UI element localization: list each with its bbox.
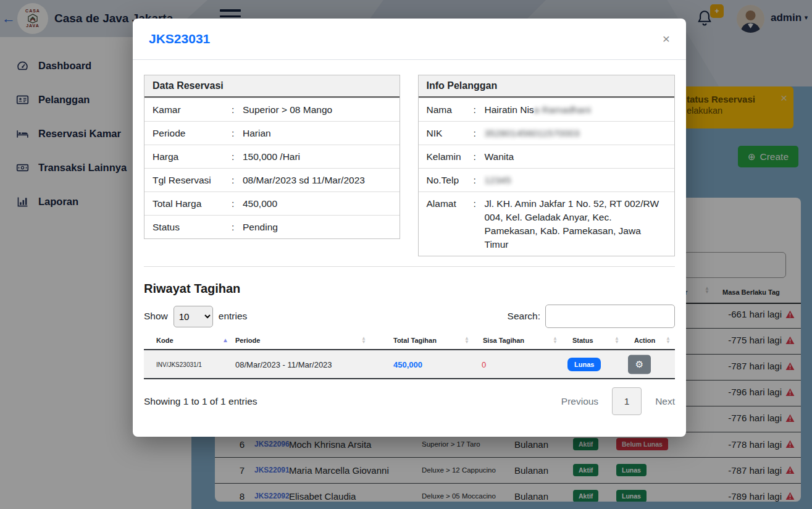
total-tagihan-value: 450,000 xyxy=(393,360,422,369)
show-label: Show xyxy=(144,311,168,322)
app-root: ← CASA JAVA Casa de Java Jakarta + admin… xyxy=(0,0,812,509)
pagination-page-1[interactable]: 1 xyxy=(612,387,642,415)
table-title: Data Reservasi xyxy=(144,75,400,98)
column-header-total-tagihan[interactable]: Total Tagihan xyxy=(393,337,437,344)
entries-label: entries xyxy=(219,311,248,322)
invoice-row: INV/JKS23031/1 08/Mar/2023 - 11/Mar/2023… xyxy=(144,350,675,379)
sort-asc-icon: ▲ xyxy=(222,337,228,343)
sisa-tagihan-value: 0 xyxy=(482,360,486,369)
column-header-kode[interactable]: Kode xyxy=(156,337,174,344)
lunas-badge: Lunas xyxy=(567,358,601,371)
riwayat-tagihan-heading: Riwayat Tagihan xyxy=(144,282,675,296)
close-icon[interactable]: × xyxy=(663,32,670,46)
sort-arrows-icon: ▲▼ xyxy=(553,337,558,344)
modal-title: JKS23031 xyxy=(149,32,210,46)
page-length-select[interactable]: 10 xyxy=(174,306,213,327)
redacted-text: 12345 xyxy=(485,175,511,185)
pagination-next[interactable]: Next xyxy=(655,396,675,407)
pagination: Previous 1 Next xyxy=(561,387,675,415)
column-header-status[interactable]: Status xyxy=(572,337,593,344)
sort-arrows-icon: ▲▼ xyxy=(614,337,619,344)
riwayat-search-input[interactable] xyxy=(545,305,675,328)
info-pelanggan-table: Info Pelanggan Nama:Hairatin Nisa Ramadh… xyxy=(418,75,676,256)
modal-header: JKS23031 × xyxy=(133,19,686,60)
column-header-sisa-tagihan[interactable]: Sisa Tagihan xyxy=(483,337,524,344)
sort-arrows-icon: ▲▼ xyxy=(464,337,469,344)
modal-body: Data Reservasi Kamar:Superior > 08 Mango… xyxy=(133,60,686,415)
reservation-detail-modal: JKS23031 × Data Reservasi Kamar:Superior… xyxy=(133,19,686,437)
divider xyxy=(144,266,675,267)
search-label: Search: xyxy=(508,311,540,322)
sort-arrows-icon: ▲▼ xyxy=(666,337,671,344)
riwayat-table-header: Kode ▲ Periode ▲▼ Total Tagihan ▲▼ Sisa … xyxy=(144,334,675,350)
invoice-code: INV/JKS23031/1 xyxy=(156,361,202,368)
row-action-button[interactable]: ⚙ xyxy=(628,355,651,374)
table-title: Info Pelanggan xyxy=(419,75,675,98)
gear-icon: ⚙ xyxy=(635,359,643,370)
table-summary: Showing 1 to 1 of 1 entries xyxy=(144,396,257,407)
sort-arrows-icon: ▲▼ xyxy=(361,337,366,344)
column-header-action[interactable]: Action xyxy=(634,337,655,344)
redacted-text: a Ramadhani xyxy=(534,104,591,115)
column-header-periode[interactable]: Periode xyxy=(235,337,260,344)
pagination-previous[interactable]: Previous xyxy=(561,396,598,407)
data-reservasi-table: Data Reservasi Kamar:Superior > 08 Mango… xyxy=(144,75,400,239)
redacted-text: 352801456011570003 xyxy=(485,128,580,138)
